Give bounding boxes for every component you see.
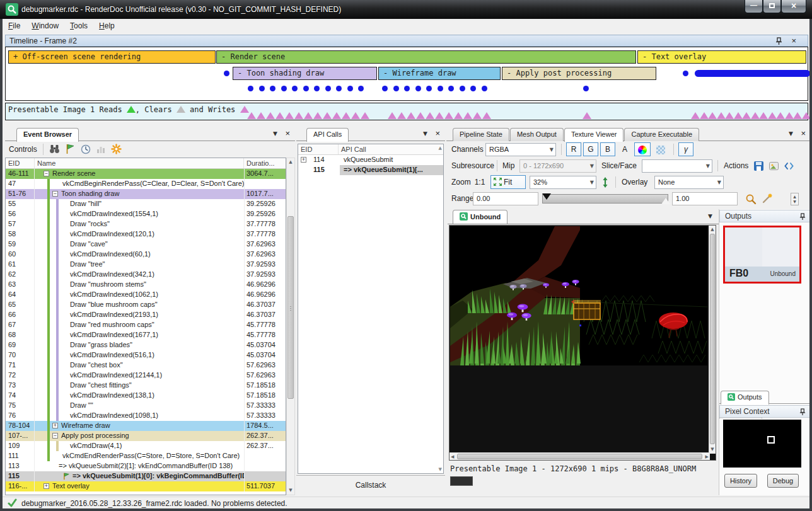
pin-icon[interactable] xyxy=(799,408,806,416)
menu-file[interactable]: File xyxy=(3,19,26,30)
write-triangle[interactable] xyxy=(304,112,313,119)
timeline-draw-dot[interactable] xyxy=(303,86,309,91)
tab-pipeline-state[interactable]: Pipeline State xyxy=(453,128,509,141)
range-max-input[interactable]: 1.00 xyxy=(672,192,738,205)
menu-help[interactable]: Help xyxy=(93,19,120,30)
write-triangle[interactable] xyxy=(482,112,491,119)
alpha-checker-button[interactable] xyxy=(652,142,669,156)
bookmark-icon[interactable] xyxy=(111,144,122,154)
event-browser-scrollbar[interactable]: ▲ ▼ xyxy=(286,158,295,495)
event-row[interactable]: 60vkCmdDrawIndexed(60,1)37.62963 xyxy=(6,250,286,260)
timeline-draw-dot[interactable] xyxy=(248,86,253,91)
channel-g-button[interactable]: G xyxy=(583,142,598,156)
zoom-1to1-button[interactable]: 1:1 xyxy=(472,175,488,189)
event-row[interactable]: 57Draw "rocks"37.77778 xyxy=(6,219,286,229)
overlay-select[interactable]: None▼ xyxy=(654,176,724,189)
event-row[interactable]: 107-...−Apply post processing262.37... xyxy=(6,431,286,441)
timeline-draw-dot[interactable] xyxy=(426,86,432,91)
close-button[interactable]: × xyxy=(781,0,806,13)
event-row[interactable]: 74vkCmdDrawIndexed(138,1)57.18518 xyxy=(6,391,286,401)
write-triangle[interactable] xyxy=(285,112,294,119)
expander-icon[interactable]: + xyxy=(44,483,49,489)
timeline-draw-dot[interactable] xyxy=(382,86,388,91)
write-triangle[interactable] xyxy=(323,112,332,119)
write-triangle[interactable] xyxy=(435,112,444,119)
timeline-draw-dot[interactable] xyxy=(470,86,476,91)
chevron-down-icon[interactable]: ▼ xyxy=(273,130,277,137)
write-triangle[interactable] xyxy=(717,112,726,119)
write-triangle[interactable] xyxy=(473,112,482,119)
flip-y-icon[interactable] xyxy=(601,177,609,188)
event-row[interactable]: 67Draw "red mushroom caps"45.77778 xyxy=(6,320,286,330)
timeline-canvas[interactable]: + Off-screen scene rendering- Render sce… xyxy=(5,47,808,101)
find-icon[interactable] xyxy=(49,144,60,154)
timeline-draw-dot[interactable] xyxy=(270,86,276,91)
write-triangle[interactable] xyxy=(725,112,734,119)
event-row[interactable]: 78-104+Wireframe draw1784.5... xyxy=(6,421,286,431)
event-row[interactable]: 71Draw "chest box"57.62963 xyxy=(6,360,286,370)
timeline-draw-dot[interactable] xyxy=(259,86,265,91)
write-triangle[interactable] xyxy=(785,112,794,119)
event-browser-close-icon[interactable]: × xyxy=(285,129,290,138)
api-call-list[interactable]: EID API Call +114vkQueueSubmit115=> vkQu… xyxy=(298,144,444,474)
colorwheel-button[interactable] xyxy=(634,142,651,156)
minimize-button[interactable]: — xyxy=(745,0,763,13)
channel-b-button[interactable]: B xyxy=(600,142,615,156)
event-row[interactable]: 111vkCmdEndRenderPass(C=Store, D=Store, … xyxy=(6,451,286,461)
timeline-draw-dot[interactable] xyxy=(438,86,443,91)
write-triangle[interactable] xyxy=(751,112,760,119)
callstack-footer[interactable]: Callstack xyxy=(296,475,445,495)
write-triangle[interactable] xyxy=(332,112,341,119)
column-duration[interactable]: Duratio... xyxy=(244,158,286,168)
menu-window[interactable]: Window xyxy=(26,19,64,30)
event-row[interactable]: 64vkCmdDrawIndexed(1062,1)46.96296 xyxy=(6,290,286,300)
gamma-button[interactable]: γ xyxy=(678,142,693,156)
event-row[interactable]: 46-111−Render scene3064.7... xyxy=(6,169,286,179)
event-row[interactable]: 62vkCmdDrawIndexed(342,1)37.92593 xyxy=(6,270,286,280)
write-triangle[interactable] xyxy=(266,112,275,119)
range-white-handle[interactable] xyxy=(661,198,670,204)
write-triangle[interactable] xyxy=(776,112,785,119)
expander-icon[interactable]: + xyxy=(52,423,58,428)
timeline-draw-dot[interactable] xyxy=(358,86,364,91)
tab-api-calls[interactable]: API Calls xyxy=(306,128,349,142)
timeline-bar[interactable]: - Render scene xyxy=(216,50,636,64)
timeline-draw-dot[interactable] xyxy=(314,86,320,91)
goto-flag-icon[interactable] xyxy=(65,144,75,154)
timeline-usage-dot[interactable] xyxy=(224,71,229,76)
event-row[interactable]: 51-76−Toon shading draw1017.7... xyxy=(6,189,286,199)
write-triangle[interactable] xyxy=(734,112,743,119)
write-triangle[interactable] xyxy=(426,112,434,119)
event-row[interactable]: 116-...+Text overlay511.7037 xyxy=(6,481,286,491)
timeline-draw-dot[interactable] xyxy=(325,86,331,91)
open-resource-icon[interactable] xyxy=(784,161,794,171)
column-name[interactable]: Name xyxy=(35,158,244,168)
write-triangle[interactable] xyxy=(454,112,463,119)
event-row[interactable]: 115 => vkQueueSubmit(1)[0]: vkBeginComma… xyxy=(6,471,286,481)
write-triangle[interactable] xyxy=(759,112,768,119)
timeline-bar[interactable]: - Apply post processing xyxy=(502,67,656,80)
tab-mesh-output[interactable]: Mesh Output xyxy=(510,128,564,141)
timeline-bar[interactable]: + Off-screen scene rendering xyxy=(8,50,216,64)
write-triangle[interactable] xyxy=(397,112,406,119)
pin-icon[interactable] xyxy=(775,37,782,45)
event-tree[interactable]: EID Name Duratio... 46-111−Render scene3… xyxy=(5,158,286,495)
event-row[interactable]: 55Draw "hill"39.25926 xyxy=(6,199,286,209)
expander-icon[interactable]: − xyxy=(52,433,58,439)
write-triangle[interactable] xyxy=(388,112,397,119)
chevron-down-icon[interactable]: ▼ xyxy=(423,130,427,137)
side-tab-outputs[interactable]: Outputs xyxy=(721,391,769,405)
write-triangle[interactable] xyxy=(276,112,284,119)
event-row[interactable]: 113=> vkQueueSubmit(2)[1]: vkEndCommandB… xyxy=(6,461,286,471)
timeline-draw-dot[interactable] xyxy=(281,86,287,91)
chevron-down-icon[interactable]: ▼ xyxy=(789,130,793,137)
event-row[interactable]: 63Draw "mushroom stems"46.96296 xyxy=(6,280,286,290)
event-row[interactable]: 76vkCmdDrawIndexed(1098,1)57.33333 xyxy=(6,411,286,421)
range-min-input[interactable]: 0.00 xyxy=(473,192,538,205)
range-black-handle[interactable] xyxy=(542,193,551,200)
maximize-button[interactable] xyxy=(763,0,781,13)
scroll-up-icon[interactable]: ▲ xyxy=(439,146,442,151)
timeline-draw-dot[interactable] xyxy=(336,86,342,91)
export-image-icon[interactable] xyxy=(768,161,779,171)
write-triangle[interactable] xyxy=(444,112,453,119)
